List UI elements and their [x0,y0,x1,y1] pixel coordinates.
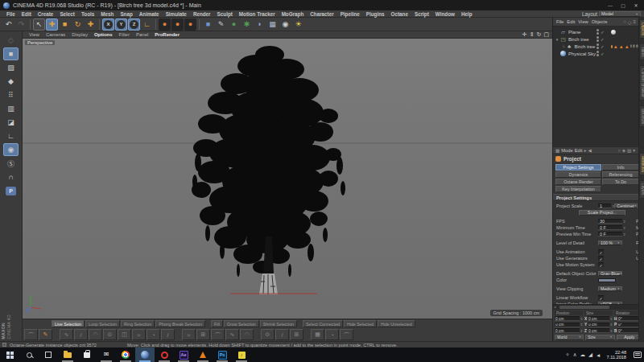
volume-icon[interactable]: ◄ [596,352,601,358]
vlc-button[interactable] [193,348,213,362]
mail-button[interactable]: ✉ [97,348,116,362]
fps-field[interactable]: 30 [598,219,622,224]
view-clipping-select[interactable]: Medium▼ [598,286,622,292]
menu-item[interactable]: Sculpt [214,11,236,17]
camera-button[interactable]: ◉ [279,19,291,31]
tool-strip-icon[interactable]: ⊙ [261,329,275,340]
viewport-solo-button[interactable]: ◉ [3,143,19,156]
tool-strip-icon[interactable]: ≈ [182,329,196,340]
opera-button[interactable] [155,348,174,362]
size-x-field[interactable]: 0 cm [588,316,609,321]
enable-toggle[interactable]: ✓ [601,30,605,35]
scrollbar-thumb[interactable] [559,306,609,309]
tool-strip-icon[interactable]: ⊞ [196,329,210,340]
minimum-time-field[interactable]: 0 F [598,225,622,231]
horizontal-scrollbar[interactable]: ◂▸ [553,304,644,309]
viewport-menu-item[interactable]: Filter [116,32,133,37]
rotation-h-field[interactable]: 0° [617,316,639,321]
project-scale-field[interactable]: 1 [598,204,611,209]
viewport-menu-item[interactable]: Panel [133,32,151,37]
toggle-view-icon[interactable]: ▢ [543,31,549,38]
menu-item[interactable]: Tools [78,11,97,17]
tool-strip-icon[interactable]: ✎ [39,329,52,340]
viewport[interactable]: Perspective Grid Spacing : 1000 cm [23,39,552,319]
show-hidden-icons-button[interactable]: ∧ [573,352,577,358]
selection-command-button[interactable]: Fill [211,320,223,327]
selection-command-button[interactable]: Hide Unselected [378,320,415,327]
position-x-field[interactable]: 0 cm [555,316,580,321]
rotate-view-icon[interactable]: ↻ [537,31,542,38]
pan-view-icon[interactable]: ✛ [522,31,527,38]
selection-command-button[interactable]: Live Selection [52,320,85,327]
edit-menu[interactable]: Edit [575,148,583,153]
zoom-view-icon[interactable]: ⇕ [530,31,535,38]
scale-project-button[interactable]: Scale Project... [579,210,625,216]
attribute-tab[interactable]: Octane Render [555,179,601,185]
warning-tag-icon[interactable]: ▲ [613,44,618,49]
object-row-birch-parent[interactable]: ▾ ◳ Birch tree ✓ [555,35,638,43]
enable-toggle[interactable]: ✓ [601,51,605,56]
close-button[interactable]: ✕ [630,1,642,10]
lock-z-axis-button[interactable]: Z [128,19,140,31]
lock-x-axis-button[interactable]: X [102,19,114,31]
overflow-arrow-icon[interactable]: ▸ [584,148,587,153]
texture-tag-icon[interactable] [611,30,616,35]
layout-icon[interactable]: ▤ [627,148,631,153]
render-settings-button[interactable]: ● [184,19,196,31]
visibility-toggles[interactable] [597,36,599,42]
taskbar-search-button[interactable] [19,348,39,362]
attribute-tab[interactable]: Dynamics [555,171,601,178]
scale-tool[interactable]: ■ [59,19,71,31]
maximize-button[interactable]: ▢ [617,1,630,10]
selection-command-button[interactable]: Select Connected [303,320,343,327]
coordinate-system-button[interactable]: ∟ [141,19,153,31]
menu-item[interactable]: Create [35,11,57,17]
after-effects-button[interactable]: Ae [174,348,193,362]
panel-tab[interactable]: Objects [639,19,644,39]
photoshop-button[interactable]: Ps [213,348,232,362]
preview-min-time-field[interactable]: 0 F [598,232,622,237]
warning-tag-icon[interactable]: ▲ [619,44,624,49]
menu-item[interactable]: Character [307,11,336,17]
warning-tag-icon[interactable]: ▲ [625,44,630,49]
linear-workflow-checkbox[interactable]: ✓ [598,295,604,300]
level-of-detail-select[interactable]: 100 %▼ [598,241,622,246]
position-z-field[interactable]: 0 cm [555,328,580,333]
tool-strip-icon[interactable]: ∿ [60,329,73,340]
tool-strip-icon[interactable]: ⌒ [211,329,225,340]
tray-app-icon[interactable]: ✧ [565,352,569,358]
visibility-toggles[interactable] [597,43,599,49]
rotate-tool[interactable]: ↻ [72,19,84,31]
size-y-field[interactable]: 0 cm [588,323,609,327]
selection-command-button[interactable]: Phong Break Selection [155,320,205,327]
viewport-menu-item[interactable]: Display [68,32,91,37]
menu-item[interactable]: Plugins [363,11,388,17]
simulation-button[interactable]: Ⓢ [3,157,19,170]
menu-item[interactable]: Pipeline [337,11,363,17]
store-button[interactable] [77,348,97,362]
layout-select[interactable]: Model▼ [599,11,641,17]
move-tool[interactable]: ✚ [46,19,58,31]
tool-strip-icon[interactable]: ◠ [240,329,254,340]
environment-button[interactable]: ▦ [266,19,279,31]
file-explorer-button[interactable] [58,348,77,362]
rotation-p-field[interactable]: 0° [617,323,639,327]
attribute-tab[interactable]: To Do [602,179,639,185]
tool-strip-icon[interactable]: ▦ [311,329,324,340]
octane-tag-icon[interactable] [611,45,613,48]
snapping-button[interactable]: ∩ [3,171,19,183]
panel-tab[interactable]: Content Browser [639,65,644,101]
rotation-b-field[interactable]: 0° [617,328,639,333]
undo-button[interactable]: ↶ [2,19,14,31]
start-button[interactable] [0,348,19,362]
make-editable-button[interactable]: ◇ [3,34,19,47]
attribute-tab[interactable]: Referencing [602,171,639,178]
tool-strip-icon[interactable]: ◫ [118,329,131,340]
mode-menu[interactable]: Mode [561,148,573,153]
lock-y-axis-button[interactable]: Y [115,19,127,31]
selection-command-button[interactable]: Loop Selection [85,320,120,327]
menu-item[interactable]: Edit [19,11,35,17]
viewport-menu-item[interactable]: ProRender [151,32,183,37]
live-selection-tool[interactable]: ↖ [33,19,45,31]
edges-mode-button[interactable]: ▥ [3,102,19,115]
